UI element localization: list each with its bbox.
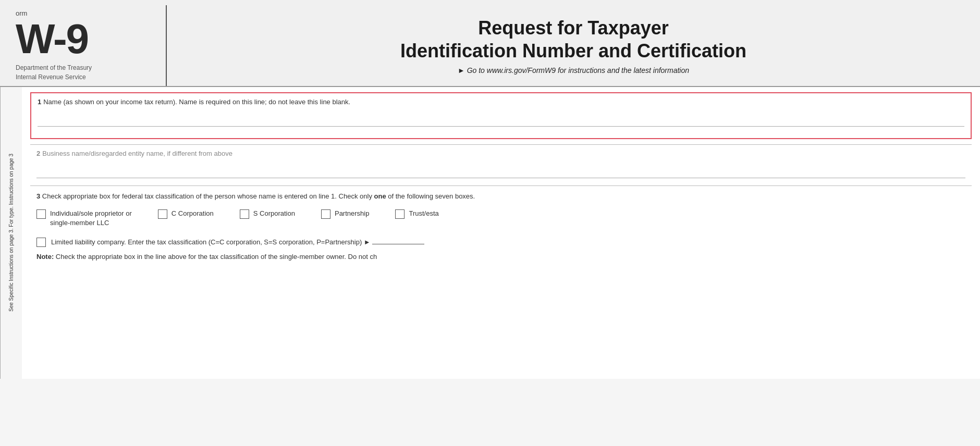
field-1-container: 1Name (as shown on your income tax retur… xyxy=(30,92,972,139)
checkbox-trust-label: Trust/esta xyxy=(409,209,438,218)
checkbox-c-corp-label: C Corporation xyxy=(172,209,214,218)
side-label-text: See Specific Instructions on page 3. For… xyxy=(8,154,14,312)
field-2-label-text: Business name/disregarded entity name, i… xyxy=(42,150,232,157)
checkbox-s-corp-box[interactable] xyxy=(240,209,249,219)
checkbox-partnership-box[interactable] xyxy=(321,209,330,219)
field-2-input[interactable] xyxy=(36,163,965,178)
form-body: See Specific Instructions on page 3. For… xyxy=(0,87,980,379)
checkbox-c-corp[interactable]: C Corporation xyxy=(158,209,214,219)
form-fields: 1Name (as shown on your income tax retur… xyxy=(22,87,980,379)
field-1-label-text: Name (as shown on your income tax return… xyxy=(43,98,350,106)
field-1-number: 1 xyxy=(38,98,41,106)
checkbox-trust-box[interactable] xyxy=(395,209,405,219)
note-text: Check the appropriate box in the line ab… xyxy=(56,253,377,261)
field-3-title: 3 Check appropriate box for federal tax … xyxy=(36,191,965,202)
checkbox-partnership[interactable]: Partnership xyxy=(321,209,369,219)
checkbox-c-corp-box[interactable] xyxy=(158,209,167,219)
agency-info: Department of the Treasury Internal Reve… xyxy=(16,63,155,82)
field-2-number: 2 xyxy=(36,150,40,157)
checkbox-individual[interactable]: Individual/sole proprietor orsingle-memb… xyxy=(36,209,132,228)
field-3-label-end: of the following seven boxes. xyxy=(388,192,475,200)
agency-line1: Department of the Treasury xyxy=(16,63,155,72)
field-3-number: 3 xyxy=(36,192,40,200)
checkbox-individual-box[interactable] xyxy=(36,209,46,219)
field-3-container: 3 Check appropriate box for federal tax … xyxy=(30,185,972,267)
agency-line2: Internal Revenue Service xyxy=(16,72,155,82)
form-title: Request for Taxpayer Identification Numb… xyxy=(400,17,746,61)
field-3-one-bold: one xyxy=(374,192,386,200)
form-title-line2: Identification Number and Certification xyxy=(400,40,746,62)
llc-row: Limited liability company. Enter the tax… xyxy=(36,237,965,247)
checkbox-s-corp[interactable]: S Corporation xyxy=(240,209,295,219)
form-header-left: orm W-9 Department of the Treasury Inter… xyxy=(0,5,167,86)
checkbox-s-corp-label: S Corporation xyxy=(253,209,295,218)
note-row: Note: Check the appropriate box in the l… xyxy=(36,252,965,262)
field-1-label: 1Name (as shown on your income tax retur… xyxy=(38,97,964,107)
form-header-right: Request for Taxpayer Identification Numb… xyxy=(167,5,980,86)
llc-label: Limited liability company. Enter the tax… xyxy=(51,238,362,246)
checkbox-individual-label: Individual/sole proprietor orsingle-memb… xyxy=(50,209,132,228)
llc-text: Limited liability company. Enter the tax… xyxy=(51,237,965,247)
checkbox-llc[interactable] xyxy=(36,237,46,247)
llc-input-line[interactable] xyxy=(372,244,424,244)
field-3-label-text: Check appropriate box for federal tax cl… xyxy=(42,192,372,200)
checkboxes-row: Individual/sole proprietor orsingle-memb… xyxy=(36,209,965,228)
field-2-container: 2Business name/disregarded entity name, … xyxy=(30,144,972,182)
side-label: See Specific Instructions on page 3. For… xyxy=(0,87,22,379)
form-title-line1: Request for Taxpayer xyxy=(400,17,746,39)
note-label: Note: xyxy=(36,253,54,261)
llc-arrow: ► xyxy=(364,238,371,246)
checkbox-llc-box[interactable] xyxy=(36,238,46,247)
field-1-input[interactable] xyxy=(38,111,964,127)
checkbox-trust[interactable]: Trust/esta xyxy=(395,209,438,219)
checkbox-partnership-label: Partnership xyxy=(335,209,369,218)
field-2-label: 2Business name/disregarded entity name, … xyxy=(36,149,965,158)
irs-link[interactable]: ► Go to www.irs.gov/FormW9 for instructi… xyxy=(458,66,689,75)
form-number: W-9 xyxy=(16,18,155,60)
